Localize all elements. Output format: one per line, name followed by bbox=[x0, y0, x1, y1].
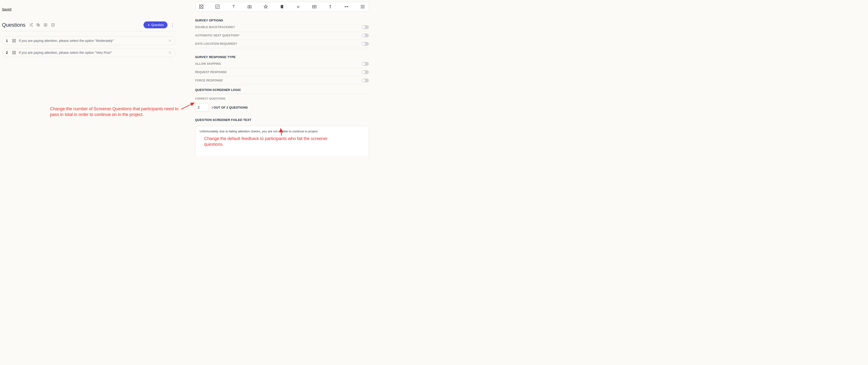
questions-title: Questions bbox=[2, 22, 26, 28]
type-table-icon[interactable] bbox=[312, 4, 317, 9]
svg-rect-27 bbox=[282, 6, 282, 8]
multiple-choice-icon bbox=[12, 39, 16, 42]
annotation-2: Change the default feedback to participa… bbox=[204, 136, 330, 147]
type-grid-icon[interactable] bbox=[360, 4, 365, 9]
question-type-toolbar bbox=[195, 2, 369, 11]
more-menu-icon[interactable]: ⋮ bbox=[169, 22, 176, 28]
disable-backtracking-row: DISABLE BACKTRACKING? bbox=[195, 23, 369, 31]
svg-rect-37 bbox=[361, 5, 362, 6]
allow-skipping-row: ALLOW SKIPPING bbox=[195, 60, 369, 68]
request-response-row: REQUEST RESPONSE bbox=[195, 68, 369, 77]
shuffle-icon[interactable] bbox=[29, 23, 33, 27]
option-label: ALLOW SKIPPING bbox=[195, 62, 221, 65]
automatic-next-row: AUTOMATIC NEXT QUESTION? bbox=[195, 31, 369, 40]
questions-header: Questions Question ⋮ bbox=[2, 22, 176, 31]
help-icon[interactable] bbox=[51, 23, 55, 27]
screener-logic-heading: QUESTION SCREENER LOGIC bbox=[195, 88, 369, 92]
data-location-row: DATA LOCATION REQUIRED? bbox=[195, 40, 369, 48]
option-label: FORCE RESPONSE bbox=[195, 79, 223, 82]
type-slider-vertical-icon[interactable] bbox=[328, 4, 333, 9]
toggle-disable-backtracking[interactable] bbox=[362, 25, 369, 29]
out-of-text: / OUT OF 2 QUESTIONS bbox=[212, 106, 248, 109]
multiple-choice-icon bbox=[12, 51, 16, 55]
copy-icon[interactable] bbox=[36, 23, 40, 27]
type-checkbox-icon[interactable] bbox=[215, 4, 220, 9]
toggle-automatic-next[interactable] bbox=[362, 34, 369, 37]
option-label: REQUEST RESPONSE bbox=[195, 70, 227, 74]
close-icon[interactable] bbox=[168, 51, 172, 54]
svg-rect-26 bbox=[282, 6, 282, 6]
type-slider-horizontal-icon[interactable] bbox=[344, 4, 349, 9]
toggle-request-response[interactable] bbox=[362, 70, 369, 74]
type-text-icon[interactable] bbox=[231, 4, 236, 9]
toggle-force-response[interactable] bbox=[362, 79, 369, 82]
svg-point-24 bbox=[249, 6, 250, 7]
toggle-allow-skipping[interactable] bbox=[362, 62, 369, 66]
toggle-data-location[interactable] bbox=[362, 42, 369, 46]
annotation-1: Change the number of Screener Questions … bbox=[50, 106, 183, 118]
type-dropdown-icon[interactable] bbox=[296, 4, 301, 9]
add-question-button[interactable]: Question bbox=[144, 22, 167, 28]
option-label: DATA LOCATION REQUIRED? bbox=[195, 42, 237, 45]
close-icon[interactable] bbox=[168, 39, 172, 42]
survey-options-heading: SURVEY OPTIONS bbox=[195, 19, 369, 22]
list-icon[interactable] bbox=[43, 23, 48, 27]
correct-questions-input[interactable] bbox=[195, 103, 209, 112]
correct-questions-label: CORRECT QUESTIONS bbox=[195, 97, 369, 100]
type-multiple-choice-icon[interactable] bbox=[199, 4, 204, 9]
svg-rect-40 bbox=[363, 7, 364, 8]
type-star-icon[interactable] bbox=[263, 4, 269, 9]
question-row[interactable]: 1 If you are paying attention, please se… bbox=[2, 36, 176, 45]
svg-point-33 bbox=[330, 8, 331, 8]
question-row[interactable]: 2 If you are paying attention, please se… bbox=[2, 48, 176, 57]
saved-link[interactable]: Saved bbox=[2, 7, 11, 11]
question-text: If you are paying attention, please sele… bbox=[19, 51, 165, 55]
question-number: 1 bbox=[6, 39, 9, 42]
svg-rect-38 bbox=[363, 5, 364, 6]
screener-failed-heading: QUESTION SCREENER FAILED TEXT bbox=[195, 118, 369, 122]
force-response-row: FORCE RESPONSE bbox=[195, 77, 369, 85]
svg-rect-39 bbox=[361, 7, 362, 8]
survey-response-heading: SURVEY RESPONSE TYPE bbox=[195, 55, 369, 59]
option-label: DISABLE BACKTRACKING? bbox=[195, 26, 235, 29]
correct-questions-row: / OUT OF 2 QUESTIONS bbox=[195, 103, 369, 112]
option-label: AUTOMATIC NEXT QUESTION? bbox=[195, 34, 240, 37]
question-number: 2 bbox=[6, 51, 9, 55]
add-question-label: Question bbox=[151, 23, 164, 27]
type-info-icon[interactable] bbox=[279, 4, 285, 9]
question-text: If you are paying attention, please sele… bbox=[19, 39, 165, 42]
type-camera-icon[interactable] bbox=[247, 4, 252, 9]
